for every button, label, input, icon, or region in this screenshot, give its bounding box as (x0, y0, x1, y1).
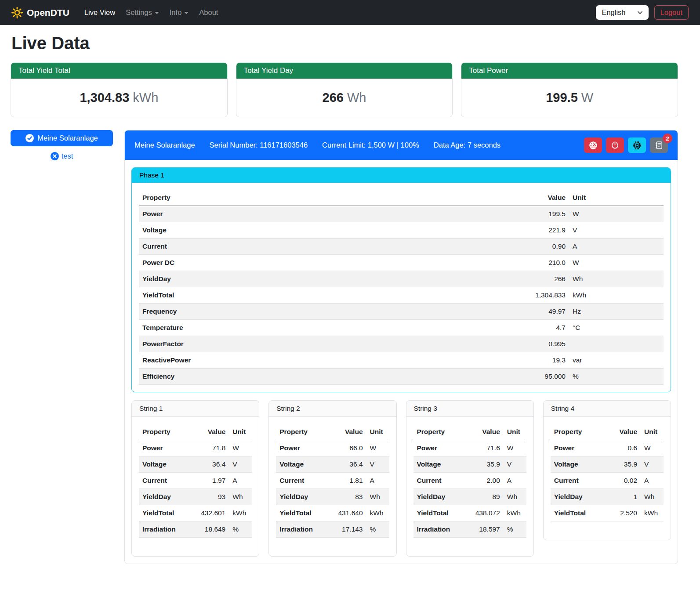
string-card-title: String 1 (132, 401, 259, 417)
row-unit: W (366, 440, 389, 456)
check-circle-icon (25, 134, 34, 142)
nav-links: Live ViewSettingsInfoAbout (79, 4, 224, 21)
nav-item-label: Info (170, 8, 182, 17)
card-value: 266 (323, 90, 344, 105)
row-property: YieldTotal (276, 505, 326, 521)
row-value: 432.601 (189, 505, 229, 521)
nav-item-live-view[interactable]: Live View (79, 4, 120, 21)
string-card-3: String 3PropertyValueUnitPower71.6WVolta… (406, 400, 534, 557)
language-select[interactable]: English (596, 5, 648, 20)
row-property: Efficiency (139, 369, 396, 385)
row-property: Voltage (139, 456, 189, 473)
table-row: Power71.6W (413, 440, 526, 456)
table-row: YieldTotal2.520kWh (551, 505, 664, 521)
row-property: Power (551, 440, 606, 456)
row-value: 95.000 (396, 369, 569, 385)
logout-button[interactable]: Logout (654, 5, 689, 20)
phase-table: Property Value Unit Power199.5WVoltage22… (139, 190, 664, 385)
table-row: YieldTotal438.072kWh (413, 505, 526, 521)
row-value: 210.0 (396, 255, 569, 271)
sun-icon (11, 7, 23, 18)
row-property: Voltage (551, 456, 606, 473)
table-row: Power66.0W (276, 440, 389, 456)
row-unit: A (504, 473, 526, 489)
string-table: PropertyValueUnitPower0.6WVoltage35.9VCu… (551, 424, 664, 521)
table-row: Irradiation18.649% (139, 521, 252, 538)
table-row: YieldDay1Wh (551, 489, 664, 505)
card-unit: kWh (133, 90, 158, 105)
nav-item-settings[interactable]: Settings (120, 4, 164, 21)
column-header-value: Value (606, 424, 641, 440)
row-property: Current (139, 239, 396, 255)
row-value: 199.5 (396, 206, 569, 222)
total-yield-total-card: Total Yield Total 1,304.83kWh (11, 62, 228, 117)
row-value: 19.3 (396, 352, 569, 369)
string-card-title: String 2 (269, 401, 396, 417)
table-row: Current2.00A (413, 473, 526, 489)
row-property: Current (551, 473, 606, 489)
card-unit: W (581, 90, 593, 105)
column-header-value: Value (464, 424, 504, 440)
row-value: 36.4 (326, 456, 366, 473)
column-header-unit: Unit (366, 424, 389, 440)
table-row: Frequency49.97Hz (139, 304, 664, 320)
total-power-card: Total Power 199.5W (461, 62, 678, 117)
phase-panel: Phase 1 Property Value Unit Power199.5WV… (131, 167, 671, 392)
inverter-toolbar: 2 (584, 137, 668, 153)
table-row: YieldDay89Wh (413, 489, 526, 505)
column-header-unit: Unit (569, 190, 664, 206)
table-row: Voltage36.4V (139, 456, 252, 473)
row-unit: A (366, 473, 389, 489)
event-log-button[interactable]: 2 (650, 137, 668, 153)
row-value: 1.97 (189, 473, 229, 489)
power-button[interactable] (606, 137, 624, 153)
row-property: Frequency (139, 304, 396, 320)
row-unit (569, 336, 664, 352)
row-property: YieldTotal (413, 505, 464, 521)
inverter-sidebar: Meine Solaranlage test (11, 130, 113, 160)
row-value: 35.9 (606, 456, 641, 473)
row-property: ReactivePower (139, 352, 396, 369)
row-value: 221.9 (396, 222, 569, 239)
row-value: 35.9 (464, 456, 504, 473)
string-table: PropertyValueUnitPower71.8WVoltage36.4VC… (139, 424, 252, 538)
limit-settings-button[interactable] (584, 137, 602, 153)
phase-title: Phase 1 (132, 168, 671, 183)
inverter-data-age: Data Age: 7 seconds (434, 141, 501, 149)
row-property: YieldTotal (139, 505, 189, 521)
row-value: 93 (189, 489, 229, 505)
row-unit: A (229, 473, 252, 489)
column-header-property: Property (139, 190, 396, 206)
row-value: 18.597 (464, 521, 504, 538)
column-header-property: Property (413, 424, 464, 440)
table-row: Temperature4.7°C (139, 320, 664, 336)
total-yield-day-card: Total Yield Day 266Wh (236, 62, 453, 117)
row-property: Power (139, 206, 396, 222)
nav-item-info[interactable]: Info (164, 4, 194, 21)
card-title: Total Power (461, 63, 678, 79)
table-row: YieldTotal432.601kWh (139, 505, 252, 521)
row-unit: W (229, 440, 252, 456)
row-value: 2.00 (464, 473, 504, 489)
brand[interactable]: OpenDTU (11, 7, 69, 18)
row-value: 17.143 (326, 521, 366, 538)
device-info-button[interactable] (628, 137, 646, 153)
row-value: 71.8 (189, 440, 229, 456)
inverter-header: Meine Solaranlage Serial Number: 1161716… (125, 130, 678, 160)
column-header-value: Value (326, 424, 366, 440)
sidebar-item-test[interactable]: test (11, 152, 113, 160)
table-row: Current1.81A (276, 473, 389, 489)
table-row: YieldDay266Wh (139, 271, 664, 287)
nav-item-about[interactable]: About (194, 4, 223, 21)
sidebar-item-label: Meine Solaranlage (37, 134, 98, 142)
table-row: Voltage35.9V (413, 456, 526, 473)
event-count-badge: 2 (663, 134, 672, 143)
row-value: 431.640 (326, 505, 366, 521)
sidebar-item-meine-solaranlage[interactable]: Meine Solaranlage (11, 130, 113, 146)
summary-cards: Total Yield Total 1,304.83kWh Total Yiel… (11, 62, 678, 117)
table-row: YieldDay83Wh (276, 489, 389, 505)
card-title: Total Yield Day (236, 63, 453, 79)
row-unit: kWh (569, 287, 664, 304)
row-property: Temperature (139, 320, 396, 336)
row-property: Irradiation (276, 521, 326, 538)
